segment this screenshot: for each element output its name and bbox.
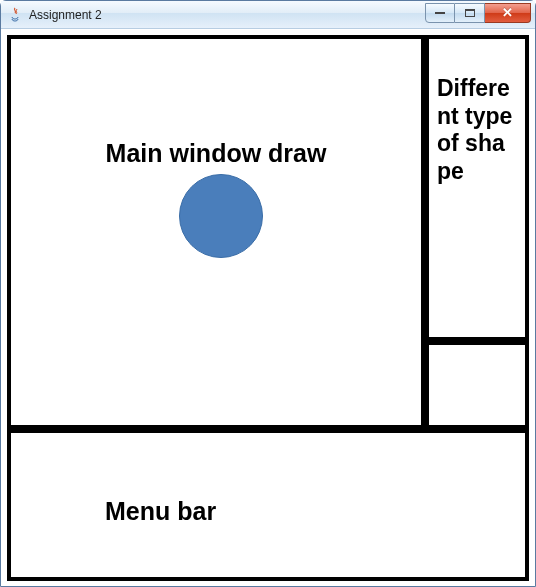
circle-shape[interactable] bbox=[179, 174, 263, 258]
window-controls: ✕ bbox=[425, 3, 531, 23]
minimize-button[interactable] bbox=[425, 3, 455, 23]
java-icon bbox=[7, 7, 23, 23]
main-draw-label: Main window draw bbox=[11, 139, 421, 168]
shape-type-label: Different type of shape bbox=[437, 75, 517, 185]
small-side-panel[interactable] bbox=[425, 341, 529, 429]
close-button[interactable]: ✕ bbox=[485, 3, 531, 23]
window-title: Assignment 2 bbox=[29, 8, 425, 22]
main-draw-panel[interactable]: Main window draw bbox=[7, 35, 425, 429]
menu-bar-panel[interactable]: Menu bar bbox=[7, 429, 529, 581]
title-bar[interactable]: Assignment 2 ✕ bbox=[1, 1, 535, 29]
maximize-icon bbox=[465, 9, 475, 17]
maximize-button[interactable] bbox=[455, 3, 485, 23]
client-area: Main window draw Different type of shape… bbox=[1, 29, 535, 586]
close-icon: ✕ bbox=[502, 6, 513, 19]
menu-bar-label: Menu bar bbox=[105, 497, 216, 526]
minimize-icon bbox=[435, 12, 445, 14]
shape-type-panel[interactable]: Different type of shape bbox=[425, 35, 529, 341]
app-window: Assignment 2 ✕ Main window draw Differen… bbox=[0, 0, 536, 587]
